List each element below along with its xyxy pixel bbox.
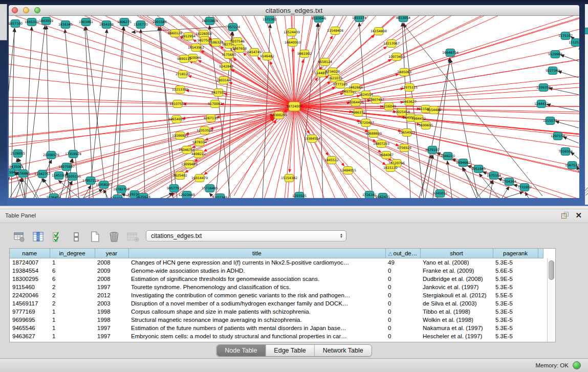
new-table-icon[interactable]	[89, 231, 101, 243]
column-header-in_degree[interactable]: in_degree	[50, 249, 95, 258]
graph-node[interactable]: 20364436	[347, 99, 364, 106]
graph-node[interactable]: 11548408	[327, 27, 343, 35]
table-settings-icon[interactable]	[13, 231, 26, 243]
scrollbar-thumb[interactable]	[549, 260, 554, 280]
graph-node[interactable]: 16720407	[358, 119, 374, 127]
svg-text:9684067: 9684067	[379, 153, 394, 157]
graph-node[interactable]: 9227343	[546, 67, 560, 75]
graph-node[interactable]: 16975887	[58, 163, 75, 171]
graph-node[interactable]: 1903461	[79, 18, 93, 26]
table-row[interactable]: 946554611997Estimation of the future num…	[10, 324, 543, 332]
graph-node[interactable]: 1575107	[558, 32, 573, 40]
table-selector[interactable]: citations_edges.txt ▲▼	[146, 230, 346, 242]
graph-node[interactable]: 12213967	[383, 40, 400, 48]
float-panel-icon[interactable]	[561, 212, 568, 218]
graph-node[interactable]: 9146482	[260, 53, 274, 60]
graph-node[interactable]: 8679197	[425, 146, 440, 154]
graph-node[interactable]: 2526055	[11, 150, 25, 158]
graph-node[interactable]: 5878334	[192, 139, 207, 146]
select-all-icon[interactable]	[51, 231, 63, 243]
close-panel-icon[interactable]: ✕	[575, 211, 582, 219]
table-row[interactable]: 2242004622012Investigating the contribut…	[10, 291, 543, 299]
tab-network-table[interactable]: Network Table	[314, 345, 372, 356]
graph-node[interactable]: 1704364	[502, 178, 516, 186]
svg-text:9136459: 9136459	[47, 195, 61, 198]
table-row[interactable]: 1830029562008Estimation of significance …	[10, 275, 543, 283]
graph-node[interactable]: 8912954	[181, 33, 195, 40]
graph-node[interactable]: 1572302	[263, 16, 277, 24]
table-row[interactable]: 946362711997Embryonic stem cells: a mode…	[10, 332, 543, 340]
table-row[interactable]: 977716911998Corpus callosum shape and si…	[10, 308, 543, 316]
graph-node[interactable]: 17359928	[65, 150, 81, 158]
window-titlebar[interactable]: citations_edges.txt	[9, 5, 579, 16]
graph-node[interactable]: 9129966	[548, 51, 562, 58]
graph-node[interactable]: 1726341	[362, 191, 377, 199]
column-header-short[interactable]: short	[420, 249, 493, 258]
tab-node-table[interactable]: Node Table	[216, 345, 265, 356]
graph-node[interactable]: 1657100	[9, 20, 23, 28]
graph-node[interactable]: 16648794	[442, 49, 459, 57]
graph-node[interactable]: 7731952	[517, 184, 532, 191]
graph-node[interactable]: 9346210	[441, 152, 455, 160]
graph-node[interactable]: 1906275	[117, 18, 132, 26]
graph-node[interactable]: 9756928	[397, 144, 411, 152]
column-header-year[interactable]: year	[95, 249, 128, 258]
delete-icon[interactable]	[108, 231, 120, 243]
graph-node[interactable]: 1167533	[565, 162, 579, 169]
graph-node[interactable]: 9162435	[376, 193, 390, 199]
graph-node[interactable]: 2803144	[216, 77, 231, 84]
network-view-window[interactable]: citations_edges.txt 16571001845310184305…	[7, 4, 585, 206]
graph-node[interactable]: 8427552	[211, 89, 226, 97]
node-table-container[interactable]: namein_degreeyeartitle△out_de…shortpager…	[9, 248, 556, 342]
graph-node[interactable]: 12342757	[34, 170, 51, 178]
graph-node[interactable]: 9051945	[471, 165, 486, 173]
column-header-out_degree[interactable]: △out_de…	[385, 249, 420, 258]
node-table[interactable]: namein_degreeyeartitle△out_de…shortpager…	[10, 249, 543, 340]
graph-node[interactable]: 7016504	[558, 148, 573, 156]
graph-node[interactable]: 1145193	[52, 172, 66, 180]
svg-text:1654108: 1654108	[99, 23, 114, 26]
graph-node[interactable]: 12975115	[401, 84, 418, 92]
graph-node[interactable]: 8813054	[396, 16, 410, 22]
graph-node[interactable]: 1294201	[111, 195, 125, 199]
graph-node[interactable]: 15716485	[202, 185, 218, 192]
graph-node[interactable]: 16640910	[285, 39, 301, 47]
graph-node[interactable]: 1843059	[39, 17, 53, 25]
table-row[interactable]: 1456911722003Disruption of a novel membe…	[10, 299, 543, 308]
table-row[interactable]: 969969511998Structural magnetic resonanc…	[10, 316, 543, 324]
table-row[interactable]: 911546021997Tourette syndrome. Phenomeno…	[10, 283, 543, 291]
graph-node[interactable]: 1112537	[569, 39, 579, 47]
graph-node[interactable]: 16914479	[191, 174, 208, 182]
graph-node[interactable]: 18724007	[286, 102, 302, 111]
graph-node[interactable]: 12484055	[340, 167, 356, 174]
graph-node[interactable]: 20206576	[43, 151, 59, 159]
graph-node[interactable]: 19384554	[304, 135, 320, 143]
graph-node[interactable]: 1694662	[456, 159, 470, 167]
show-columns-icon[interactable]	[32, 231, 45, 243]
svg-text:1156861: 1156861	[16, 171, 30, 175]
graph-node[interactable]: 1535770	[134, 21, 148, 29]
column-header-name[interactable]: name	[10, 249, 50, 258]
graph-node[interactable]: 2718120	[176, 71, 190, 78]
table-row[interactable]: 1872400712008Changes of HCN gene express…	[10, 258, 543, 267]
graph-node[interactable]: 1215575	[543, 117, 557, 125]
graph-node[interactable]: 19166825	[172, 132, 188, 140]
table-selector-value: citations_edges.txt	[151, 232, 202, 239]
graph-node[interactable]: 16154808	[371, 28, 387, 35]
svg-text:12353594: 12353594	[197, 128, 213, 132]
graph-node[interactable]: 1616345	[58, 21, 73, 29]
panel-splitter[interactable]: ▴	[0, 206, 588, 209]
graph-node[interactable]: 8183046	[312, 16, 326, 23]
tab-edge-table[interactable]: Edge Table	[265, 345, 314, 356]
unselect-all-icon[interactable]	[70, 231, 82, 243]
graph-node[interactable]: 16543962	[188, 44, 204, 52]
column-header-title[interactable]: title	[128, 249, 385, 258]
graph-node[interactable]: 15154382	[281, 174, 297, 182]
column-header-pagerank[interactable]: pagerank	[493, 249, 538, 258]
graph-node[interactable]: 19654931	[168, 116, 185, 123]
citation-network-graph[interactable]: 1657100184531018430591616345190346116541…	[9, 16, 579, 198]
table-scrollbar[interactable]	[547, 258, 555, 342]
network-canvas[interactable]: 1657100184531018430591616345190346116541…	[9, 16, 579, 198]
graph-node[interactable]: 19654923	[399, 129, 415, 137]
table-row[interactable]: 1938455462009Genome-wide association stu…	[10, 267, 543, 275]
